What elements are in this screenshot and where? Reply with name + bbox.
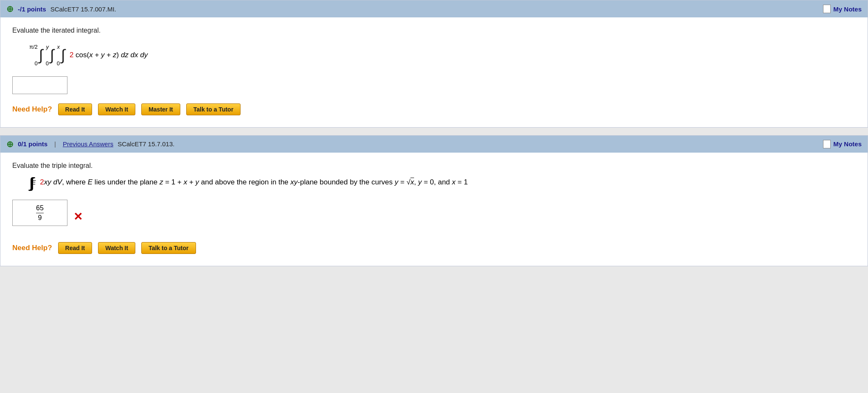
note-icon-2 — [823, 140, 831, 148]
integrand-function-1: cos(x + y + z) dz dx dy — [76, 51, 148, 59]
watch-it-button-2[interactable]: Watch It — [98, 242, 135, 254]
talk-to-tutor-button-2[interactable]: Talk to a Tutor — [141, 242, 196, 254]
need-help-label-1: Need Help? — [12, 105, 52, 114]
lower-bound-1a: 0 — [35, 59, 38, 68]
upper-bound-1b: y — [46, 42, 49, 52]
header-left-1: ⊕ -/1 points SCalcET7 15.7.007.MI. — [6, 4, 116, 14]
problem-1-body: Evaluate the iterated integral. π/2 0 ∫ … — [0, 17, 868, 127]
upper-bound-1c: x — [57, 42, 60, 52]
my-notes-label-2: My Notes — [833, 140, 862, 148]
my-notes-button-1[interactable]: My Notes — [823, 5, 862, 13]
integrand-coefficient-2: 2 — [40, 178, 44, 186]
answer-input-1[interactable] — [12, 76, 67, 94]
points-label-2: 0/1 points — [18, 140, 48, 148]
upper-bound-1a: π/2 — [29, 42, 38, 52]
fraction-2: 65 9 — [36, 204, 44, 222]
answer-fraction-box-2: 65 9 — [12, 200, 67, 226]
triple-int-symbols: ∫∫∫ — [29, 176, 31, 190]
expand-icon-1[interactable]: ⊕ — [6, 4, 14, 14]
problem-2-header: ⊕ 0/1 points | Previous Answers SCalcET7… — [0, 136, 868, 153]
problem-id-1: SCalcET7 15.7.007.MI. — [50, 6, 116, 13]
problem-1: ⊕ -/1 points SCalcET7 15.7.007.MI. My No… — [0, 0, 868, 128]
fraction-denominator-2: 9 — [38, 213, 42, 222]
integral-sign-1a: ∫ — [39, 47, 43, 63]
integrand-coefficient-1: 2 — [70, 51, 73, 59]
integral-sign-1c: ∫ — [61, 47, 65, 63]
integrand-2: 2xy dV, where E lies under the plane z =… — [40, 176, 468, 189]
expand-icon-2[interactable]: ⊕ — [6, 139, 14, 149]
need-help-row-1: Need Help? Read It Watch It Master It Ta… — [12, 103, 856, 115]
watch-it-button-1[interactable]: Watch It — [98, 103, 135, 115]
integrand-1: 2 cos(x + y + z) dz dx dy — [70, 49, 148, 62]
note-icon-1 — [823, 5, 831, 13]
master-it-button-1[interactable]: Master It — [141, 103, 180, 115]
points-label-1: -/1 points — [18, 6, 46, 13]
problem-1-instruction: Evaluate the iterated integral. — [12, 27, 856, 34]
wrong-mark-2: ✕ — [73, 210, 83, 223]
problem-2: ⊕ 0/1 points | Previous Answers SCalcET7… — [0, 135, 868, 267]
fraction-numerator-2: 65 — [36, 204, 44, 213]
problem-2-instruction: Evaluate the triple integral. — [12, 162, 856, 170]
previous-answers-link-2[interactable]: Previous Answers — [63, 140, 113, 148]
integral-sign-1b: ∫ — [50, 47, 54, 63]
problem-2-body: Evaluate the triple integral. ∫∫∫ E 2xy … — [0, 153, 868, 266]
read-it-button-1[interactable]: Read It — [58, 103, 92, 115]
triple-integral-expr: ∫∫∫ E 2xy dV, where E lies under the pla… — [29, 176, 468, 190]
my-notes-label-1: My Notes — [833, 6, 862, 13]
math-display-1: π/2 0 ∫ y 0 ∫ x 0 ∫ 2 cos(x + — [29, 40, 856, 69]
problem-id-2: SCalcET7 15.7.013. — [118, 140, 174, 148]
read-it-button-2[interactable]: Read It — [58, 242, 92, 254]
header-left-2: ⊕ 0/1 points | Previous Answers SCalcET7… — [6, 139, 174, 149]
talk-to-tutor-button-1[interactable]: Talk to a Tutor — [186, 103, 241, 115]
subscript-e: E — [32, 177, 36, 188]
problem-1-header: ⊕ -/1 points SCalcET7 15.7.007.MI. My No… — [0, 0, 868, 17]
need-help-row-2: Need Help? Read It Watch It Talk to a Tu… — [12, 242, 856, 254]
lower-bound-1c: 0 — [57, 59, 60, 68]
my-notes-button-2[interactable]: My Notes — [823, 140, 862, 148]
math-display-2: ∫∫∫ E 2xy dV, where E lies under the pla… — [29, 176, 856, 192]
need-help-label-2: Need Help? — [12, 244, 52, 252]
lower-bound-1b: 0 — [46, 59, 49, 68]
separator-2: | — [54, 140, 56, 148]
answer-row-2: 65 9 ✕ — [12, 200, 856, 234]
integral-expression-1: π/2 0 ∫ y 0 ∫ x 0 ∫ 2 cos(x + — [29, 42, 148, 69]
